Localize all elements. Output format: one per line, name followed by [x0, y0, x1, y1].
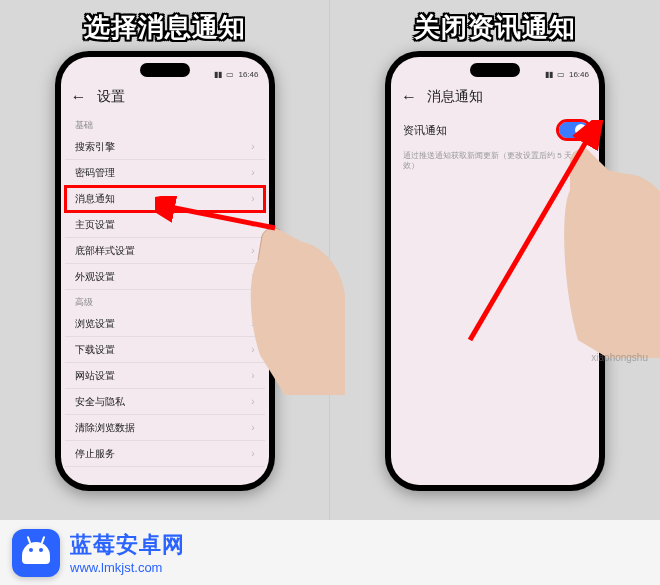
chevron-right-icon: ›	[251, 396, 254, 407]
list-item[interactable]: 清除浏览数据›	[65, 415, 265, 441]
caption-left: 选择消息通知	[84, 10, 246, 45]
back-icon[interactable]: ←	[71, 89, 87, 105]
footer-text: 蓝莓安卓网 www.lmkjst.com	[70, 530, 185, 575]
caption-right: 关闭资讯通知	[414, 10, 576, 45]
chevron-right-icon: ›	[251, 245, 254, 256]
status-time: 16:46	[238, 70, 258, 79]
panel-left: 选择消息通知 ▮▮ ▭ 16:46 ← 设置 基础 搜索引擎› 密码管理› 消息…	[0, 0, 330, 520]
brand-logo-icon	[12, 529, 60, 577]
list-item[interactable]: 密码管理›	[65, 160, 265, 186]
row-label: 网站设置	[75, 369, 115, 383]
toggle-description: 通过推送通知获取新闻更新（更改设置后约 5 天生效）	[391, 147, 599, 176]
brand-url: www.lmkjst.com	[70, 560, 185, 575]
news-toggle[interactable]	[559, 122, 589, 138]
page-title: 消息通知	[427, 88, 483, 106]
toggle-row-news: 资讯通知	[391, 113, 599, 147]
toggle-label: 资讯通知	[403, 123, 447, 138]
chevron-right-icon: ›	[251, 422, 254, 433]
chevron-right-icon: ›	[251, 219, 254, 230]
camera-notch	[470, 63, 520, 77]
screen-left: ▮▮ ▭ 16:46 ← 设置 基础 搜索引擎› 密码管理› 消息通知› 主页设…	[61, 57, 269, 485]
row-label: 清除浏览数据	[75, 421, 135, 435]
signal-icon: ▮▮	[545, 70, 553, 79]
brand-title: 蓝莓安卓网	[70, 530, 185, 560]
list-item[interactable]: 底部样式设置›	[65, 238, 265, 264]
back-icon[interactable]: ←	[401, 89, 417, 105]
row-label: 主页设置	[75, 218, 115, 232]
row-label: 密码管理	[75, 166, 115, 180]
battery-icon: ▭	[557, 70, 565, 79]
phone-mockup-left: ▮▮ ▭ 16:46 ← 设置 基础 搜索引擎› 密码管理› 消息通知› 主页设…	[55, 51, 275, 491]
camera-notch	[140, 63, 190, 77]
chevron-right-icon: ›	[251, 318, 254, 329]
chevron-right-icon: ›	[251, 141, 254, 152]
row-label: 安全与隐私	[75, 395, 125, 409]
list-item[interactable]: 浏览设置›	[65, 311, 265, 337]
settings-list[interactable]: 基础 搜索引擎› 密码管理› 消息通知› 主页设置› 底部样式设置› 外观设置›…	[61, 113, 269, 485]
chevron-right-icon: ›	[251, 167, 254, 178]
list-item[interactable]: 下载设置›	[65, 337, 265, 363]
signal-icon: ▮▮	[214, 70, 222, 79]
chevron-right-icon: ›	[251, 370, 254, 381]
panel-right: 关闭资讯通知 ▮▮ ▭ 16:46 ← 消息通知 资讯通知	[330, 0, 660, 520]
screen-right: ▮▮ ▭ 16:46 ← 消息通知 资讯通知 通过推送通知获取新闻更新（更改设置…	[391, 57, 599, 485]
list-item[interactable]: 安全与隐私›	[65, 389, 265, 415]
section-label: 基础	[65, 113, 265, 134]
chevron-right-icon: ›	[251, 271, 254, 282]
chevron-right-icon: ›	[251, 344, 254, 355]
list-item[interactable]: 主页设置›	[65, 212, 265, 238]
list-item-message-notifications[interactable]: 消息通知›	[65, 186, 265, 212]
row-label: 消息通知	[75, 192, 115, 206]
row-label: 浏览设置	[75, 317, 115, 331]
page-title: 设置	[97, 88, 125, 106]
screen-header: ← 设置	[61, 81, 269, 113]
section-label: 高级	[65, 290, 265, 311]
phone-mockup-right: ▮▮ ▭ 16:46 ← 消息通知 资讯通知 通过推送通知获取新闻更新（更改设置…	[385, 51, 605, 491]
battery-icon: ▭	[226, 70, 234, 79]
list-item[interactable]: 搜索引擎›	[65, 134, 265, 160]
row-label: 外观设置	[75, 270, 115, 284]
row-label: 底部样式设置	[75, 244, 135, 258]
footer-branding: 蓝莓安卓网 www.lmkjst.com	[0, 520, 660, 585]
chevron-right-icon: ›	[251, 193, 254, 204]
row-label: 停止服务	[75, 447, 115, 461]
list-item[interactable]: 停止服务›	[65, 441, 265, 467]
screen-header: ← 消息通知	[391, 81, 599, 113]
list-item[interactable]: 外观设置›	[65, 264, 265, 290]
status-time: 16:46	[569, 70, 589, 79]
row-label: 搜索引擎	[75, 140, 115, 154]
chevron-right-icon: ›	[251, 448, 254, 459]
row-label: 下载设置	[75, 343, 115, 357]
toggle-knob	[575, 124, 587, 136]
list-item[interactable]: 网站设置›	[65, 363, 265, 389]
